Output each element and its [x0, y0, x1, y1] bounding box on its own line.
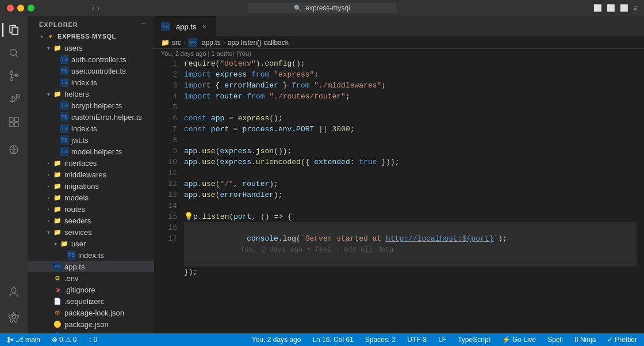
- folder-icon: 📁: [161, 39, 170, 47]
- split-editor-icon[interactable]: ⬜: [593, 4, 602, 12]
- folder-users[interactable]: 📁 users: [28, 42, 154, 54]
- middlewares-chevron: [44, 170, 53, 179]
- explorer-actions: ⋯: [140, 21, 147, 28]
- file-auth-controller[interactable]: TS auth.controller.ts: [28, 54, 154, 65]
- encoding-label: UTF-8: [407, 336, 427, 344]
- activity-source-control[interactable]: [2, 64, 25, 88]
- file-helpers-index[interactable]: TS index.ts: [28, 123, 154, 134]
- activity-remote[interactable]: [2, 138, 25, 161]
- ts-icon: TS: [60, 55, 69, 64]
- git-blame-text: You, 2 days ago | 1 author (You): [161, 50, 251, 57]
- file-package-json[interactable]: 🟡 package.json: [28, 318, 154, 330]
- status-branch[interactable]: ⎇ main: [5, 336, 43, 344]
- svg-point-5: [10, 78, 13, 81]
- file-users-index[interactable]: TS index.ts: [28, 77, 154, 88]
- services-user-icon: 📁: [60, 239, 69, 248]
- breadcrumb-callback[interactable]: app.listen() callback: [228, 39, 289, 47]
- status-prettier[interactable]: ✓ Prettier: [605, 336, 639, 344]
- tab-close-button[interactable]: ×: [200, 22, 209, 31]
- file-bcrypt[interactable]: TS bcrypt.helper.ts: [28, 100, 154, 111]
- status-bar: ⎇ main ⊗ 0 ⚠ 0 ↕ 0 You, 2 days ago Ln 16…: [0, 333, 644, 346]
- status-go-live[interactable]: ⚡ Go Live: [500, 336, 538, 344]
- layout-icon[interactable]: ⬜: [607, 4, 615, 12]
- ninja-label: II Ninja: [574, 336, 596, 344]
- status-errors[interactable]: ⊗ 0 ⚠ 0: [49, 336, 79, 344]
- file-model-helper[interactable]: TS model.helper.ts: [28, 146, 154, 157]
- ts-icon: TS: [60, 112, 69, 121]
- activity-extensions[interactable]: [2, 111, 25, 134]
- breadcrumb-file[interactable]: TS app.ts: [188, 38, 221, 47]
- new-file-icon[interactable]: ⋯: [140, 21, 147, 28]
- file-services-index[interactable]: TS index.ts: [28, 249, 154, 261]
- back-arrow-icon[interactable]: ‹: [92, 3, 95, 13]
- activity-search[interactable]: [2, 41, 25, 64]
- svg-rect-9: [9, 117, 13, 121]
- folder-migrations[interactable]: 📁 migrations: [28, 180, 154, 192]
- breadcrumb-sep-1: ›: [183, 39, 186, 47]
- helpers-index-label: index.ts: [71, 124, 97, 133]
- code-line-12: app.use("/", router);: [184, 178, 637, 189]
- env-icon: ⚙: [53, 273, 62, 283]
- folder-seeders[interactable]: 📁 seeders: [28, 215, 154, 226]
- minimize-button[interactable]: [17, 5, 24, 12]
- code-line-2: import express from "express";: [184, 69, 637, 80]
- folder-services-user[interactable]: 📁 user: [28, 238, 154, 249]
- activity-explorer[interactable]: [2, 18, 25, 41]
- folder-interfaces[interactable]: 📁 interfaces: [28, 157, 154, 169]
- error-count: 0: [59, 336, 63, 344]
- activity-bar: [0, 16, 28, 333]
- file-sequelizerc[interactable]: 📄 .sequelizerc: [28, 295, 154, 307]
- code-line-6: const app = express();: [184, 113, 637, 124]
- maximize-button[interactable]: [28, 5, 34, 12]
- code-editor[interactable]: 1 2 3 4 5 6 7 8 9 10 11 12 13 14 15 16 1…: [154, 58, 644, 333]
- spaces-label: Spaces: 2: [365, 336, 396, 344]
- code-content[interactable]: require("dotenv").config(); import expre…: [182, 58, 644, 333]
- forward-arrow-icon[interactable]: ›: [97, 3, 100, 13]
- activity-run-debug[interactable]: [2, 88, 25, 111]
- status-encoding[interactable]: UTF-8: [405, 336, 429, 344]
- ts-icon: TS: [60, 135, 69, 145]
- activity-settings[interactable]: [2, 306, 25, 329]
- search-bar[interactable]: 🔍 express-mysql: [247, 3, 397, 13]
- line-ending-label: LF: [438, 336, 446, 344]
- breadcrumb-src[interactable]: 📁 src: [161, 39, 181, 47]
- status-cursor[interactable]: Ln 16, Col 61: [310, 336, 355, 344]
- status-spell[interactable]: Spell: [545, 336, 565, 344]
- folder-middlewares[interactable]: 📁 middlewares: [28, 169, 154, 180]
- status-ninja[interactable]: II Ninja: [572, 336, 598, 344]
- file-gitignore[interactable]: ⊗ .gitignore: [28, 284, 154, 295]
- folder-routes[interactable]: 📁 routes: [28, 203, 154, 215]
- more-icon[interactable]: ≡: [633, 4, 637, 12]
- panel-icon[interactable]: ⬜: [620, 4, 628, 12]
- status-git-sync[interactable]: ↕ 0: [86, 336, 99, 344]
- file-package-lock[interactable]: ⚙ package-lock.json: [28, 307, 154, 318]
- status-line-ending[interactable]: LF: [436, 336, 448, 344]
- file-custom-error[interactable]: TS customError.helper.ts: [28, 111, 154, 123]
- status-attribution[interactable]: You, 2 days ago: [250, 336, 304, 344]
- folder-models[interactable]: 📁 models: [28, 192, 154, 203]
- file-user-controller[interactable]: TS user.controller.ts: [28, 65, 154, 77]
- language-label: TypeScript: [458, 336, 490, 344]
- main-container: EXPLORER ⋯ ▾ EXPRESS-MYSQL 📁 users TS au…: [0, 16, 644, 333]
- folder-services[interactable]: 📁 services: [28, 226, 154, 238]
- project-root[interactable]: ▾ EXPRESS-MYSQL: [28, 31, 154, 42]
- tab-ts-icon: TS: [161, 22, 170, 31]
- activity-accounts[interactable]: [2, 280, 25, 303]
- titlebar-right-controls: ⬜ ⬜ ⬜ ≡: [593, 4, 637, 12]
- file-app-ts[interactable]: TS app.ts: [28, 261, 154, 272]
- auth-controller-label: auth.controller.ts: [71, 55, 126, 64]
- tab-app-ts[interactable]: TS app.ts ×: [154, 16, 216, 36]
- models-chevron: [44, 193, 53, 202]
- bcrypt-label: bcrypt.helper.ts: [71, 101, 122, 110]
- models-folder-icon: 📁: [53, 193, 62, 202]
- folder-helpers[interactable]: 📁 helpers: [28, 88, 154, 100]
- sequelizerc-label: .sequelizerc: [64, 297, 104, 306]
- status-language[interactable]: TypeScript: [455, 336, 493, 344]
- file-env[interactable]: ⚙ .env: [28, 272, 154, 284]
- status-spaces[interactable]: Spaces: 2: [363, 336, 398, 344]
- close-button[interactable]: [7, 5, 14, 12]
- svg-point-17: [7, 337, 10, 339]
- file-jwt[interactable]: TS jwt.ts: [28, 134, 154, 146]
- code-line-15: 💡p.listen(port, () => {: [184, 211, 637, 222]
- helpers-label: helpers: [64, 90, 89, 98]
